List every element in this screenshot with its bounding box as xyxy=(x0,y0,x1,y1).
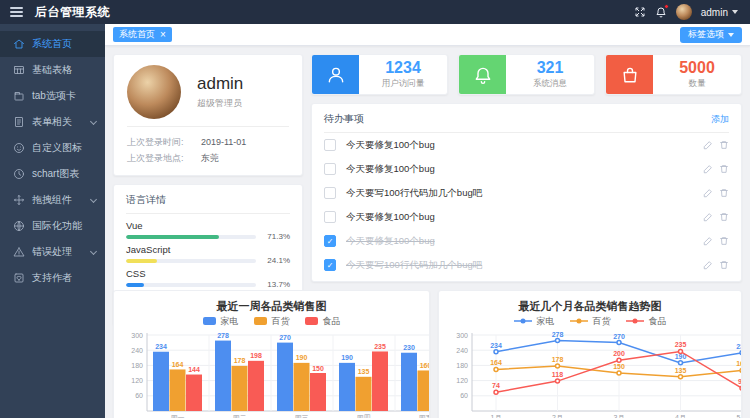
stat-label: 数量 xyxy=(689,78,706,90)
todo-add-button[interactable]: 添加 xyxy=(711,113,729,126)
legend-swatch xyxy=(254,317,267,325)
svg-text:200: 200 xyxy=(613,350,625,357)
close-icon[interactable]: × xyxy=(160,30,166,40)
fullscreen-icon[interactable] xyxy=(634,6,646,18)
legend-item[interactable]: 百货 xyxy=(570,315,611,328)
todo-item: 今天要写100行代码加几个bug吧 xyxy=(324,181,729,205)
tag-options-button[interactable]: 标签选项 xyxy=(680,27,742,43)
svg-text:4月: 4月 xyxy=(675,414,686,418)
svg-text:120: 120 xyxy=(131,377,143,384)
bell-icon[interactable] xyxy=(655,6,667,18)
delete-icon[interactable] xyxy=(719,140,729,150)
sidebar-item-1[interactable]: 基础表格 xyxy=(0,57,105,83)
svg-text:3月: 3月 xyxy=(614,414,625,418)
delete-icon[interactable] xyxy=(719,236,729,246)
user-menu[interactable]: admin xyxy=(701,7,738,18)
legend-item[interactable]: 食品 xyxy=(305,315,341,328)
todo-item: 今天要修复100个bug xyxy=(324,205,729,229)
todo-text: 今天要写100行代码加几个bug吧 xyxy=(346,259,482,272)
stat-value: 321 xyxy=(537,59,564,77)
tabs-icon xyxy=(13,90,25,102)
todo-checkbox[interactable] xyxy=(324,139,336,151)
sidebar-item-3[interactable]: 表单相关 xyxy=(0,109,105,135)
sidebar-item-2[interactable]: tab选项卡 xyxy=(0,83,105,109)
todo-item: 今天要修复100个bug xyxy=(324,157,729,181)
sidebar-item-8[interactable]: 错误处理 xyxy=(0,239,105,265)
line-chart-svg: 6012018024030023427827019023016417815013… xyxy=(439,329,741,418)
edit-icon[interactable] xyxy=(703,188,713,198)
stat-value: 1234 xyxy=(385,59,421,77)
todo-item: 今天要修复100个bug xyxy=(324,133,729,157)
menu-toggle-icon[interactable] xyxy=(10,7,23,17)
progress-percent: 71.3% xyxy=(256,232,290,241)
svg-text:240: 240 xyxy=(456,347,468,354)
svg-text:178: 178 xyxy=(552,356,564,363)
chart-legend: 家电百货食品 xyxy=(439,313,741,329)
sidebar-item-4[interactable]: 自定义图标 xyxy=(0,135,105,161)
edit-icon[interactable] xyxy=(703,212,713,222)
legend-swatch xyxy=(203,317,216,325)
svg-text:144: 144 xyxy=(188,366,200,373)
chevron-down-icon xyxy=(90,247,97,254)
sidebar-item-label: 基础表格 xyxy=(32,63,72,77)
sidebar-item-6[interactable]: 拖拽组件 xyxy=(0,187,105,213)
language-row: CSS13.7% xyxy=(126,268,290,289)
legend-label: 食品 xyxy=(323,315,341,328)
legend-item[interactable]: 家电 xyxy=(514,315,555,328)
edit-icon[interactable] xyxy=(703,164,713,174)
sidebar-item-label: 表单相关 xyxy=(32,115,72,129)
delete-icon[interactable] xyxy=(719,260,729,270)
todo-checkbox[interactable] xyxy=(324,163,336,175)
svg-text:235: 235 xyxy=(374,343,386,350)
avatar[interactable] xyxy=(676,4,692,20)
edit-icon[interactable] xyxy=(703,236,713,246)
edit-icon[interactable] xyxy=(703,260,713,270)
form-icon xyxy=(13,116,25,128)
bag-icon xyxy=(606,55,653,94)
dashboard: admin 超级管理员 上次登录时间:2019-11-01 上次登录地点:东莞 … xyxy=(105,46,750,418)
todo-checkbox[interactable] xyxy=(324,187,336,199)
todo-checkbox[interactable] xyxy=(324,211,336,223)
svg-text:240: 240 xyxy=(131,347,143,354)
progress-percent: 24.1% xyxy=(256,256,290,265)
delete-icon[interactable] xyxy=(719,212,729,222)
progress-fill xyxy=(126,235,219,239)
chart-title: 最近几个月各品类销售趋势图 xyxy=(439,299,741,313)
delete-icon[interactable] xyxy=(719,188,729,198)
tab-home[interactable]: 系统首页 × xyxy=(113,27,172,42)
legend-item[interactable]: 食品 xyxy=(626,315,667,328)
svg-text:5月: 5月 xyxy=(737,414,741,418)
todo-checkbox[interactable]: ✓ xyxy=(324,259,336,271)
sidebar-item-9[interactable]: 支持作者 xyxy=(0,265,105,291)
legend-label: 百货 xyxy=(272,315,290,328)
last-login-time-label: 上次登录时间: xyxy=(127,134,201,150)
svg-text:190: 190 xyxy=(296,354,308,361)
svg-text:周四: 周四 xyxy=(357,414,371,418)
warning-icon xyxy=(13,246,25,258)
edit-icon[interactable] xyxy=(703,140,713,150)
notification-badge xyxy=(664,4,669,9)
svg-text:150: 150 xyxy=(312,365,324,372)
legend-label: 家电 xyxy=(537,315,555,328)
svg-text:164: 164 xyxy=(490,359,502,366)
sidebar-item-7[interactable]: 国际化功能 xyxy=(0,213,105,239)
svg-text:300: 300 xyxy=(456,332,468,339)
bar-chart-card: 最近一周各品类销售图家电百货食品601201802403002342782701… xyxy=(113,290,430,418)
legend-label: 家电 xyxy=(221,315,239,328)
tag-bar: 系统首页 × 标签选项 xyxy=(105,24,750,46)
legend-line-marker xyxy=(570,317,588,325)
language-row: JavaScript24.1% xyxy=(126,244,290,265)
svg-text:120: 120 xyxy=(456,377,468,384)
delete-icon[interactable] xyxy=(719,164,729,174)
svg-text:135: 135 xyxy=(358,368,370,375)
last-login-place: 东莞 xyxy=(201,150,219,166)
svg-text:234: 234 xyxy=(155,343,167,350)
svg-text:周五: 周五 xyxy=(419,414,430,418)
sidebar-item-5[interactable]: schart图表 xyxy=(0,161,105,187)
language-name: Vue xyxy=(126,220,290,231)
legend-item[interactable]: 百货 xyxy=(254,315,290,328)
todo-checkbox[interactable]: ✓ xyxy=(324,235,336,247)
legend-item[interactable]: 家电 xyxy=(203,315,239,328)
sidebar-item-0[interactable]: 系统首页 xyxy=(0,31,105,57)
svg-text:周二: 周二 xyxy=(233,414,247,418)
